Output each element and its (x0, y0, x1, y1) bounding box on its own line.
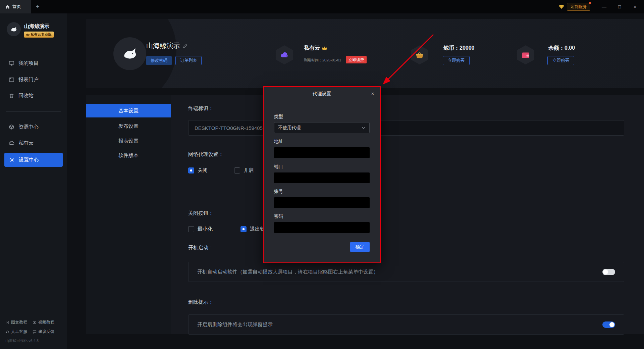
delete-hint-label: 删除提示： (188, 299, 213, 305)
proxy-account-input[interactable] (274, 197, 370, 208)
link-label: 人工客服 (11, 329, 27, 335)
sidebar-item-private-cloud[interactable]: 私有云 (0, 136, 67, 150)
sidebar-item-recycle-bin[interactable]: 回收站 (0, 88, 67, 103)
boot-startup-label: 开机启动： (188, 245, 213, 251)
user-profile[interactable]: 山海鲸演示 私有云专业版 (7, 22, 54, 38)
boot-startup-row: 开机自动启动软件（如需自动播放大屏项目，请在项目缩略图右上角菜单中设置） (188, 262, 624, 282)
wallet-hex-icon (517, 45, 534, 64)
boot-startup-desc: 开机自动启动软件（如需自动播放大屏项目，请在项目缩略图右上角菜单中设置） (197, 269, 378, 275)
video-icon (33, 320, 37, 325)
maximize-button[interactable]: □ (612, 0, 627, 13)
proxy-settings-modal: 代理设置 × 类型 不使用代理 地址 端口 账号 密码 确定 (263, 86, 381, 263)
cloud-icon (9, 140, 14, 146)
modal-close-icon[interactable]: × (368, 87, 377, 101)
profile-banner: 山海鲸演示 修改密码 订单列表 私有云 到期时间：2026-01-01 立即续费… (86, 19, 644, 88)
custom-service-badge (589, 2, 591, 4)
sidebar: 山海鲸演示 私有云专业版 我的项目 报表门户 回收站 资源中 (0, 13, 67, 349)
user-plan-badge-label: 私有云专业版 (31, 32, 52, 37)
home-icon (5, 5, 10, 9)
checkbox-checked-icon (240, 226, 247, 232)
change-password-button[interactable]: 修改密码 (146, 56, 172, 65)
user-name: 山海鲸演示 (24, 23, 54, 30)
minimize-checkbox[interactable]: 最小化 (188, 226, 213, 232)
crown-icon (26, 33, 30, 36)
minimize-option-label: 最小化 (198, 226, 213, 232)
sidebar-item-label: 设置中心 (19, 157, 39, 163)
delete-hint-desc: 开启后删除组件将会出现弹窗提示 (197, 321, 273, 328)
boot-startup-toggle[interactable] (602, 269, 615, 275)
proxy-type-label: 类型 (274, 114, 283, 120)
coin-hex-icon (411, 45, 428, 64)
private-cloud-hex-icon (276, 45, 293, 64)
monitor-icon (9, 60, 14, 66)
proxy-port-input[interactable] (274, 172, 370, 183)
radio-checked-icon (188, 167, 194, 173)
delete-hint-row: 开启后删除组件将会出现弹窗提示 (188, 314, 624, 335)
buy-balance-button[interactable]: 立即购买 (547, 56, 574, 65)
renew-button[interactable]: 立即续费 (346, 56, 367, 63)
account-balance: 余额：0.00 (548, 45, 575, 52)
order-list-button[interactable]: 订单列表 (175, 56, 202, 65)
buy-coin-button[interactable]: 立即购买 (443, 56, 470, 65)
confirm-button[interactable]: 确定 (350, 242, 370, 252)
cloud-expire-date: 到期时间：2026-01-01 (304, 58, 341, 63)
sidebar-item-report-portal[interactable]: 报表门户 (0, 72, 67, 87)
proxy-on-radio[interactable]: 开启 (234, 167, 254, 173)
delete-hint-toggle[interactable] (602, 321, 615, 328)
sidebar-item-label: 回收站 (18, 93, 34, 99)
network-proxy-label: 网络代理设置： (188, 151, 223, 158)
sidebar-item-label: 我的项目 (18, 60, 39, 66)
doc-icon (5, 320, 9, 325)
checkbox-unchecked-icon (188, 226, 194, 232)
proxy-password-label: 密码 (274, 213, 283, 219)
feedback-icon (33, 330, 37, 334)
sidebar-item-settings-center[interactable]: 设置中心 (4, 153, 63, 167)
sidebar-item-resource-center[interactable]: 资源中心 (0, 119, 67, 134)
link-video-tutorial[interactable]: 视频教程 (33, 319, 54, 325)
proxy-port-label: 端口 (274, 164, 283, 170)
sidebar-item-my-projects[interactable]: 我的项目 (0, 56, 67, 70)
link-label: 视频教程 (38, 319, 54, 325)
tab-home-label: 首页 (12, 4, 21, 10)
custom-service-button[interactable]: 定制服务 (567, 3, 590, 11)
link-label: 建议反馈 (38, 329, 54, 335)
sidebar-item-label: 报表门户 (18, 77, 39, 83)
tab-basic-settings[interactable]: 基本设置 (86, 104, 171, 117)
sidebar-divider (6, 111, 61, 112)
tab-software-version[interactable]: 软件版本 (86, 149, 171, 162)
proxy-type-select[interactable]: 不使用代理 (274, 122, 370, 133)
proxy-on-label: 开启 (244, 167, 254, 173)
app-version: 山海鲸可视化 v6.4.3 (5, 338, 39, 343)
proxy-password-input[interactable] (274, 222, 370, 233)
proxy-off-radio[interactable]: 关闭 (188, 167, 208, 173)
tab-report-settings[interactable]: 报表设置 (86, 134, 171, 148)
proxy-off-label: 关闭 (198, 167, 208, 173)
close-window-button[interactable]: × (627, 0, 643, 13)
proxy-address-input[interactable] (274, 147, 370, 158)
profile-avatar (113, 37, 146, 70)
portal-icon (9, 77, 14, 83)
terminal-id-label: 终端标识： (188, 105, 213, 112)
sidebar-item-label: 私有云 (18, 140, 34, 146)
close-button-label: 关闭按钮： (188, 210, 213, 216)
terminal-id-input[interactable] (188, 120, 624, 136)
link-doc-tutorial[interactable]: 图文教程 (5, 319, 27, 325)
link-feedback[interactable]: 建议反馈 (33, 329, 54, 335)
minimize-button[interactable]: — (596, 0, 612, 13)
new-tab-button[interactable]: + (31, 3, 44, 10)
edit-icon[interactable] (183, 44, 187, 48)
link-customer-service[interactable]: 人工客服 (5, 329, 27, 335)
settings-subnav: 基本设置 发布设置 报表设置 软件版本 (86, 95, 171, 334)
custom-service-label: 定制服务 (571, 4, 587, 10)
modal-title: 代理设置 (313, 91, 331, 97)
app-window: 首页 + 定制服务 — □ × 山海鲸演示 (0, 0, 644, 349)
tab-publish-settings[interactable]: 发布设置 (86, 119, 171, 133)
cloud-plan-title: 私有云 (304, 45, 320, 52)
gear-icon (9, 157, 15, 163)
proxy-type-value: 不使用代理 (278, 125, 301, 131)
coin-balance: 鲸币：20000 (443, 45, 475, 52)
radio-unchecked-icon (234, 167, 240, 173)
user-plan-badge: 私有云专业版 (24, 32, 54, 38)
tab-home[interactable]: 首页 (0, 0, 31, 13)
modal-header: 代理设置 × (264, 87, 380, 101)
